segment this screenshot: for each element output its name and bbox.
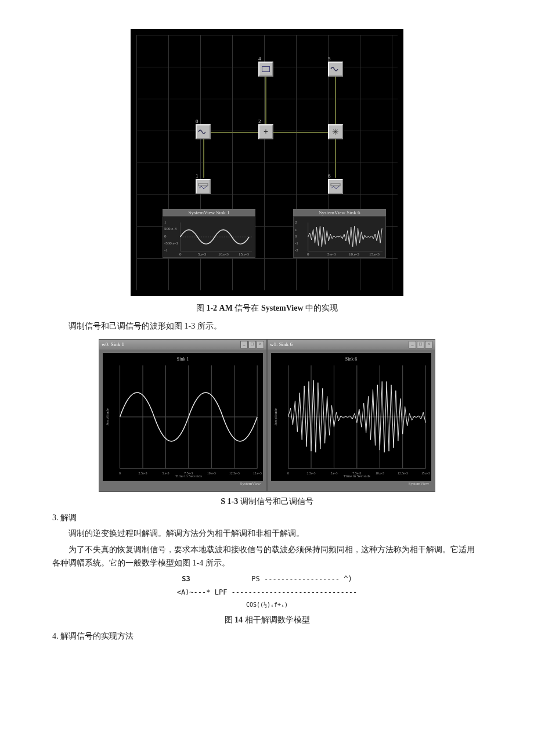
- caption-1-3: S 1-3 调制信号和己调信号: [52, 496, 482, 507]
- svg-text:12.5e-3: 12.5e-3: [229, 471, 240, 474]
- node-multiplier: ✳: [328, 124, 343, 139]
- scope-footer: SystemView: [271, 481, 431, 488]
- para-demod-2: 为了不失真的恢复调制信号，要求本地载波和接收信号的载波必须保持同频同相，这种方法…: [52, 543, 482, 571]
- svg-text:0: 0: [287, 471, 289, 474]
- node-label: 4: [258, 56, 261, 62]
- node-label: 1: [196, 173, 199, 179]
- figure-1-4-math: S3PS ------------------ ^) <A)~---* LPF …: [52, 573, 482, 610]
- svg-text:10.e-3: 10.e-3: [376, 471, 384, 474]
- wire: [211, 132, 258, 133]
- svg-text:0: 0: [119, 471, 121, 474]
- systemview-canvas: 0 + 2 ✳ 4 5 1 6 SystemView Sink 1 1: [131, 29, 403, 296]
- wire: [203, 139, 204, 178]
- figure-1-3-scopes: w0: Sink 1 _□× Sink 1: [52, 339, 482, 507]
- window-titlebar: w1: Sink 6 _□×: [268, 340, 435, 350]
- figure-1-2-systemview: 0 + 2 ✳ 4 5 1 6 SystemView Sink 1 1: [52, 29, 482, 314]
- sink-preview-1: SystemView Sink 1 1 500.e-3 0 -500.e-3 -…: [163, 209, 255, 258]
- window-buttons[interactable]: _□×: [408, 341, 432, 348]
- wire: [335, 139, 336, 178]
- window-title: w1: Sink 6: [270, 341, 293, 347]
- node-sink-6: [328, 179, 343, 194]
- svg-rect-0: [199, 183, 208, 186]
- window-buttons[interactable]: _□×: [240, 341, 264, 348]
- scope-footer: SystemView: [103, 481, 263, 488]
- section-4-heading: 4. 解调信号的实现方法: [52, 631, 482, 642]
- node-carrier-5: [328, 62, 343, 77]
- svg-text:2.5e-3: 2.5e-3: [139, 471, 147, 474]
- svg-text:10.e-3: 10.e-3: [207, 471, 216, 474]
- node-source-0: [196, 124, 211, 139]
- sink-preview-6: SystemView Sink 6 2 1 0 -1 -2 0 5.e-3 10…: [293, 209, 386, 258]
- window-titlebar: w0: Sink 1 _□×: [99, 340, 266, 350]
- para-demod-1: 调制的逆变换过程叫解调。解调方法分为相干解调和非相干解调。: [52, 527, 482, 541]
- svg-text:Amplitude: Amplitude: [105, 408, 109, 425]
- node-sink-1: [196, 179, 211, 194]
- svg-rect-1: [331, 183, 340, 186]
- svg-text:2.5e-3: 2.5e-3: [307, 471, 316, 474]
- svg-text:7.5e-3: 7.5e-3: [352, 471, 361, 474]
- svg-text:Sink 1: Sink 1: [177, 357, 189, 362]
- node-label: 0: [196, 118, 199, 124]
- wire: [265, 77, 266, 125]
- sink-title: SystemView Sink 1: [163, 209, 255, 216]
- svg-text:Amplitude: Amplitude: [273, 408, 277, 425]
- svg-text:7.5e-3: 7.5e-3: [184, 471, 193, 474]
- svg-text:15.e-3: 15.e-3: [421, 471, 430, 474]
- wire: [335, 77, 336, 125]
- section-3-heading: 3. 解调: [52, 513, 482, 523]
- svg-text:Sink 6: Sink 6: [345, 357, 357, 362]
- svg-text:12.5e-3: 12.5e-3: [398, 471, 408, 474]
- svg-text:5.e-3: 5.e-3: [330, 471, 337, 474]
- window-title: w0: Sink 1: [102, 341, 124, 347]
- node-label: 2: [258, 118, 261, 124]
- scope-window-sink1: w0: Sink 1 _□× Sink 1: [99, 339, 267, 492]
- svg-text:15.e-3: 15.e-3: [253, 471, 262, 474]
- caption-1-2: 图 1-2 AM 信号在 SystemView 中的实现: [52, 303, 482, 314]
- node-label: 5: [328, 56, 331, 62]
- node-label: 6: [328, 173, 331, 179]
- wire: [273, 132, 328, 133]
- para-fig13-intro: 调制信号和己调信号的波形如图 1-3 所示。: [52, 319, 482, 333]
- svg-text:5.e-3: 5.e-3: [162, 471, 169, 474]
- caption-1-4: 图 14 相干解调数学模型: [52, 615, 482, 625]
- sink-title: SystemView Sink 6: [293, 209, 386, 216]
- node-const-4: [258, 62, 273, 77]
- node-adder-2: +: [258, 124, 273, 139]
- scope-window-sink6: w1: Sink 6 _□× Sink 6: [267, 339, 435, 492]
